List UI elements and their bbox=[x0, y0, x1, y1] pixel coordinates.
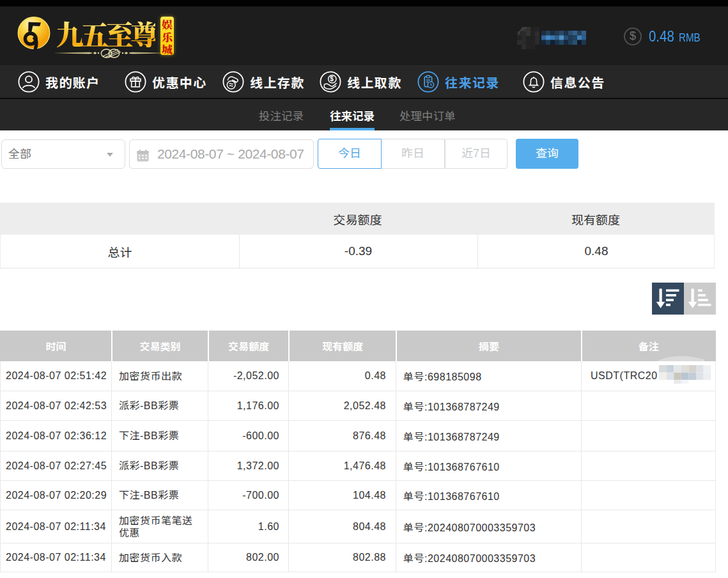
svg-text:$: $ bbox=[330, 75, 334, 82]
